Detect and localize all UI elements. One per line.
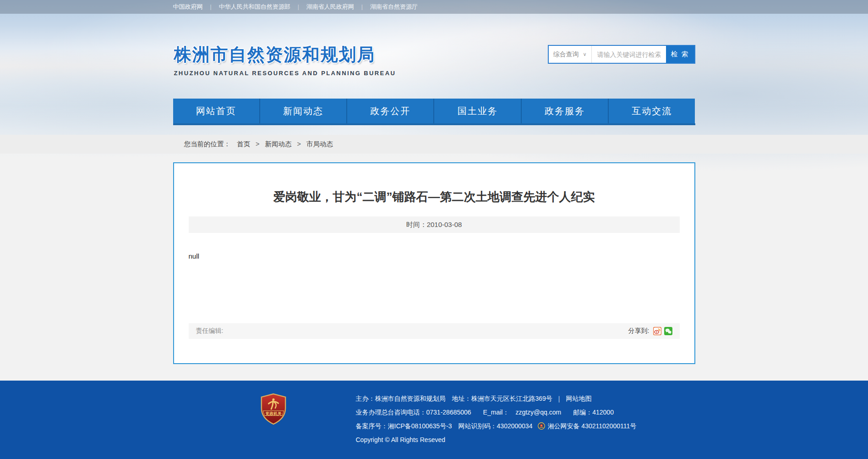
share-group: 分享到: xyxy=(628,327,672,335)
wechat-icon[interactable] xyxy=(664,327,672,335)
footer-address: 地址：株洲市天元区长江北路369号 xyxy=(452,395,552,402)
main-nav: 网站首页 新闻动态 政务公开 国土业务 政务服务 互动交流 xyxy=(173,99,695,125)
top-link-gov-china[interactable]: 中国政府网 xyxy=(173,3,203,11)
footer-police-record-link[interactable]: 湘公网安备 43021102000111号 xyxy=(547,422,636,430)
editor-share-bar: 责任编辑: 分享到: xyxy=(189,323,680,339)
site-logo: 株洲市自然资源和规划局 ZHUZHOU NATURAL RESOURCES AN… xyxy=(174,43,396,77)
top-link-hunan-natural-resources[interactable]: 湖南省自然资源厅 xyxy=(370,3,418,11)
party-government-shield-icon: 党政机关 xyxy=(259,393,288,427)
breadcrumb-separator: > xyxy=(297,140,301,148)
top-link-ministry-natural-resources[interactable]: 中华人民共和国自然资源部 xyxy=(219,3,290,11)
footer-org-line: 主办：株洲市自然资源和规划局地址：株洲市天元区长江北路369号｜网站地图 xyxy=(356,392,637,405)
chevron-down-icon: ∨ xyxy=(583,51,586,57)
site-title: 株洲市自然资源和规划局 xyxy=(174,43,396,66)
site-subtitle-english: ZHUZHOU NATURAL RESOURCES AND PLANNING B… xyxy=(174,70,396,77)
footer-phone: 业务办理总台咨询电话：0731-28685006 xyxy=(356,409,471,416)
search-category-value: 综合查询 xyxy=(553,50,579,59)
footer-postcode: 邮编：412000 xyxy=(573,409,614,416)
breadcrumb: 您当前的位置： 首页 > 新闻动态 > 市局动态 xyxy=(173,135,695,154)
nav-item-gov-disclosure[interactable]: 政务公开 xyxy=(347,99,434,123)
footer-host: 主办：株洲市自然资源和规划局 xyxy=(356,395,446,402)
breadcrumb-item-bureau-news[interactable]: 市局动态 xyxy=(306,140,333,148)
article-meta-time: 时间：2010-03-08 xyxy=(189,216,680,233)
footer-email-label: E_mail： xyxy=(483,409,509,416)
footer-copyright: Copyright © All Rights Reseved xyxy=(356,433,637,447)
search-button[interactable]: 检 索 xyxy=(666,46,694,63)
editor-label: 责任编辑: xyxy=(196,327,224,335)
top-links-bar: 中国政府网 | 中华人民共和国自然资源部 | 湖南省人民政府网 | 湖南省自然资… xyxy=(0,0,868,14)
breadcrumb-item-home[interactable]: 首页 xyxy=(237,140,250,148)
search-input[interactable] xyxy=(592,46,666,63)
footer-record-line: 备案序号：湘ICP备08100635号-3网站识别码：4302000034湘公网… xyxy=(356,419,637,433)
footer-site-code: 网站识别码：4302000034 xyxy=(459,422,533,430)
nav-item-interaction[interactable]: 互动交流 xyxy=(609,99,695,123)
nav-item-home[interactable]: 网站首页 xyxy=(173,99,260,123)
breadcrumb-item-news[interactable]: 新闻动态 xyxy=(265,140,292,148)
site-search: 综合查询 ∨ 检 索 xyxy=(548,45,695,64)
footer-email-link[interactable]: zzgtzy@qq.com xyxy=(515,409,561,416)
nav-item-news[interactable]: 新闻动态 xyxy=(260,99,347,123)
article-card: 爱岗敬业，甘为“二调”铺路石—第二次土地调查先进个人纪实 时间：2010-03-… xyxy=(173,162,695,364)
footer-divider: ｜ xyxy=(556,395,562,402)
share-label: 分享到: xyxy=(628,327,650,335)
footer-icp-record: 备案序号：湘ICP备08100635号-3 xyxy=(356,422,452,430)
breadcrumb-separator: > xyxy=(256,140,259,148)
shield-badge-text: 党政机关 xyxy=(265,411,281,416)
breadcrumb-band: 您当前的位置： 首页 > 新闻动态 > 市局动态 xyxy=(0,135,868,154)
top-link-separator: | xyxy=(361,4,363,10)
top-link-hunan-gov[interactable]: 湖南省人民政府网 xyxy=(306,3,354,11)
footer: 党政机关 主办：株洲市自然资源和规划局地址：株洲市天元区长江北路369号｜网站地… xyxy=(0,381,868,459)
police-badge-icon xyxy=(538,424,545,431)
sina-weibo-icon[interactable] xyxy=(653,327,661,335)
footer-contact-line: 业务办理总台咨询电话：0731-28685006E_mail：zzgtzy@qq… xyxy=(356,405,637,419)
article-title: 爱岗敬业，甘为“二调”铺路石—第二次土地调查先进个人纪实 xyxy=(192,189,676,205)
breadcrumb-label: 您当前的位置： xyxy=(184,140,231,148)
site-header: 株洲市自然资源和规划局 ZHUZHOU NATURAL RESOURCES AN… xyxy=(173,14,695,99)
nav-item-gov-services[interactable]: 政务服务 xyxy=(522,99,609,123)
top-link-separator: | xyxy=(298,4,299,10)
nav-item-land-business[interactable]: 国土业务 xyxy=(434,99,521,123)
search-category-select[interactable]: 综合查询 ∨ xyxy=(549,46,592,63)
footer-inner: 党政机关 主办：株洲市自然资源和规划局地址：株洲市天元区长江北路369号｜网站地… xyxy=(173,381,695,459)
footer-text-block: 主办：株洲市自然资源和规划局地址：株洲市天元区长江北路369号｜网站地图 业务办… xyxy=(356,392,637,447)
top-links-inner: 中国政府网 | 中华人民共和国自然资源部 | 湖南省人民政府网 | 湖南省自然资… xyxy=(173,3,695,11)
top-link-separator: | xyxy=(210,4,212,10)
footer-sitemap-link[interactable]: 网站地图 xyxy=(566,395,592,402)
article-body: null xyxy=(189,252,680,260)
